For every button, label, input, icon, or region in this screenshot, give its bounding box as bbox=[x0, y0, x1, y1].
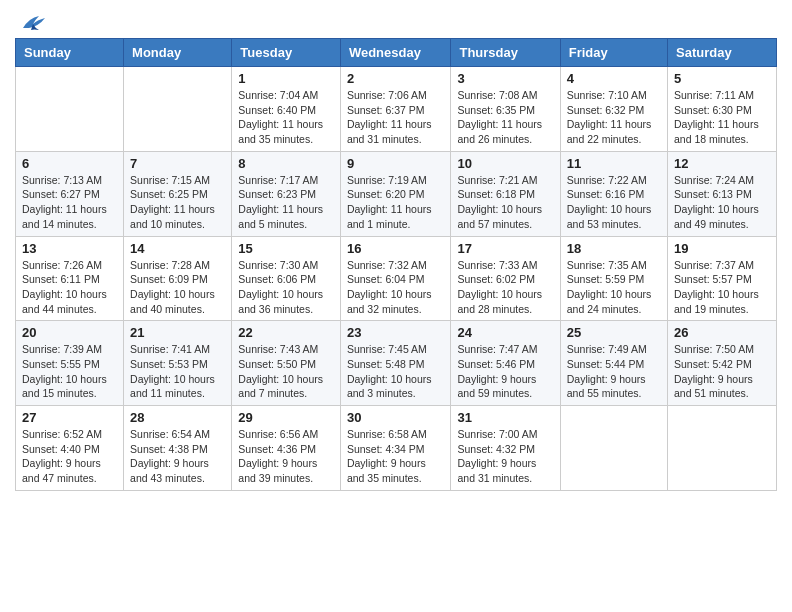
day-info: Sunrise: 7:26 AM Sunset: 6:11 PM Dayligh… bbox=[22, 258, 117, 317]
day-info: Sunrise: 7:24 AM Sunset: 6:13 PM Dayligh… bbox=[674, 173, 770, 232]
calendar-cell: 23Sunrise: 7:45 AM Sunset: 5:48 PM Dayli… bbox=[340, 321, 451, 406]
week-row: 13Sunrise: 7:26 AM Sunset: 6:11 PM Dayli… bbox=[16, 236, 777, 321]
day-info: Sunrise: 7:21 AM Sunset: 6:18 PM Dayligh… bbox=[457, 173, 553, 232]
day-number: 1 bbox=[238, 71, 334, 86]
day-info: Sunrise: 7:41 AM Sunset: 5:53 PM Dayligh… bbox=[130, 342, 225, 401]
calendar-cell: 25Sunrise: 7:49 AM Sunset: 5:44 PM Dayli… bbox=[560, 321, 667, 406]
calendar-cell: 29Sunrise: 6:56 AM Sunset: 4:36 PM Dayli… bbox=[232, 406, 341, 491]
day-info: Sunrise: 7:37 AM Sunset: 5:57 PM Dayligh… bbox=[674, 258, 770, 317]
calendar-cell: 5Sunrise: 7:11 AM Sunset: 6:30 PM Daylig… bbox=[668, 67, 777, 152]
day-number: 24 bbox=[457, 325, 553, 340]
day-info: Sunrise: 7:15 AM Sunset: 6:25 PM Dayligh… bbox=[130, 173, 225, 232]
calendar-cell: 20Sunrise: 7:39 AM Sunset: 5:55 PM Dayli… bbox=[16, 321, 124, 406]
day-header-saturday: Saturday bbox=[668, 39, 777, 67]
week-row: 27Sunrise: 6:52 AM Sunset: 4:40 PM Dayli… bbox=[16, 406, 777, 491]
day-info: Sunrise: 7:35 AM Sunset: 5:59 PM Dayligh… bbox=[567, 258, 661, 317]
calendar-cell bbox=[16, 67, 124, 152]
day-number: 26 bbox=[674, 325, 770, 340]
calendar-cell: 18Sunrise: 7:35 AM Sunset: 5:59 PM Dayli… bbox=[560, 236, 667, 321]
week-row: 6Sunrise: 7:13 AM Sunset: 6:27 PM Daylig… bbox=[16, 151, 777, 236]
calendar-cell: 10Sunrise: 7:21 AM Sunset: 6:18 PM Dayli… bbox=[451, 151, 560, 236]
day-number: 3 bbox=[457, 71, 553, 86]
header bbox=[15, 10, 777, 32]
calendar-cell: 16Sunrise: 7:32 AM Sunset: 6:04 PM Dayli… bbox=[340, 236, 451, 321]
calendar-cell bbox=[668, 406, 777, 491]
day-info: Sunrise: 7:50 AM Sunset: 5:42 PM Dayligh… bbox=[674, 342, 770, 401]
day-info: Sunrise: 7:22 AM Sunset: 6:16 PM Dayligh… bbox=[567, 173, 661, 232]
day-info: Sunrise: 6:58 AM Sunset: 4:34 PM Dayligh… bbox=[347, 427, 445, 486]
day-info: Sunrise: 7:06 AM Sunset: 6:37 PM Dayligh… bbox=[347, 88, 445, 147]
calendar-cell: 13Sunrise: 7:26 AM Sunset: 6:11 PM Dayli… bbox=[16, 236, 124, 321]
calendar-cell: 12Sunrise: 7:24 AM Sunset: 6:13 PM Dayli… bbox=[668, 151, 777, 236]
day-number: 25 bbox=[567, 325, 661, 340]
calendar-cell: 8Sunrise: 7:17 AM Sunset: 6:23 PM Daylig… bbox=[232, 151, 341, 236]
day-number: 8 bbox=[238, 156, 334, 171]
day-info: Sunrise: 7:49 AM Sunset: 5:44 PM Dayligh… bbox=[567, 342, 661, 401]
day-number: 6 bbox=[22, 156, 117, 171]
calendar-cell: 26Sunrise: 7:50 AM Sunset: 5:42 PM Dayli… bbox=[668, 321, 777, 406]
calendar-cell: 15Sunrise: 7:30 AM Sunset: 6:06 PM Dayli… bbox=[232, 236, 341, 321]
day-number: 19 bbox=[674, 241, 770, 256]
day-info: Sunrise: 7:47 AM Sunset: 5:46 PM Dayligh… bbox=[457, 342, 553, 401]
day-header-tuesday: Tuesday bbox=[232, 39, 341, 67]
day-number: 21 bbox=[130, 325, 225, 340]
day-number: 7 bbox=[130, 156, 225, 171]
calendar-cell: 2Sunrise: 7:06 AM Sunset: 6:37 PM Daylig… bbox=[340, 67, 451, 152]
calendar-cell: 21Sunrise: 7:41 AM Sunset: 5:53 PM Dayli… bbox=[124, 321, 232, 406]
day-info: Sunrise: 7:28 AM Sunset: 6:09 PM Dayligh… bbox=[130, 258, 225, 317]
day-info: Sunrise: 6:54 AM Sunset: 4:38 PM Dayligh… bbox=[130, 427, 225, 486]
day-info: Sunrise: 6:52 AM Sunset: 4:40 PM Dayligh… bbox=[22, 427, 117, 486]
day-info: Sunrise: 7:43 AM Sunset: 5:50 PM Dayligh… bbox=[238, 342, 334, 401]
calendar-cell: 24Sunrise: 7:47 AM Sunset: 5:46 PM Dayli… bbox=[451, 321, 560, 406]
day-header-sunday: Sunday bbox=[16, 39, 124, 67]
day-info: Sunrise: 7:33 AM Sunset: 6:02 PM Dayligh… bbox=[457, 258, 553, 317]
calendar-cell: 9Sunrise: 7:19 AM Sunset: 6:20 PM Daylig… bbox=[340, 151, 451, 236]
day-number: 30 bbox=[347, 410, 445, 425]
day-info: Sunrise: 7:30 AM Sunset: 6:06 PM Dayligh… bbox=[238, 258, 334, 317]
day-number: 2 bbox=[347, 71, 445, 86]
logo-bird-icon bbox=[19, 10, 47, 32]
day-info: Sunrise: 7:04 AM Sunset: 6:40 PM Dayligh… bbox=[238, 88, 334, 147]
logo bbox=[15, 10, 47, 32]
day-number: 5 bbox=[674, 71, 770, 86]
day-number: 23 bbox=[347, 325, 445, 340]
calendar-cell: 17Sunrise: 7:33 AM Sunset: 6:02 PM Dayli… bbox=[451, 236, 560, 321]
day-info: Sunrise: 7:19 AM Sunset: 6:20 PM Dayligh… bbox=[347, 173, 445, 232]
calendar-cell: 1Sunrise: 7:04 AM Sunset: 6:40 PM Daylig… bbox=[232, 67, 341, 152]
calendar-cell: 27Sunrise: 6:52 AM Sunset: 4:40 PM Dayli… bbox=[16, 406, 124, 491]
day-info: Sunrise: 7:32 AM Sunset: 6:04 PM Dayligh… bbox=[347, 258, 445, 317]
day-number: 29 bbox=[238, 410, 334, 425]
day-number: 14 bbox=[130, 241, 225, 256]
day-info: Sunrise: 7:17 AM Sunset: 6:23 PM Dayligh… bbox=[238, 173, 334, 232]
calendar-cell: 28Sunrise: 6:54 AM Sunset: 4:38 PM Dayli… bbox=[124, 406, 232, 491]
calendar-cell bbox=[560, 406, 667, 491]
calendar-cell: 6Sunrise: 7:13 AM Sunset: 6:27 PM Daylig… bbox=[16, 151, 124, 236]
calendar-cell: 22Sunrise: 7:43 AM Sunset: 5:50 PM Dayli… bbox=[232, 321, 341, 406]
calendar-body: 1Sunrise: 7:04 AM Sunset: 6:40 PM Daylig… bbox=[16, 67, 777, 491]
calendar-cell: 7Sunrise: 7:15 AM Sunset: 6:25 PM Daylig… bbox=[124, 151, 232, 236]
day-info: Sunrise: 7:00 AM Sunset: 4:32 PM Dayligh… bbox=[457, 427, 553, 486]
day-header-thursday: Thursday bbox=[451, 39, 560, 67]
day-number: 11 bbox=[567, 156, 661, 171]
calendar-cell: 4Sunrise: 7:10 AM Sunset: 6:32 PM Daylig… bbox=[560, 67, 667, 152]
day-header-wednesday: Wednesday bbox=[340, 39, 451, 67]
day-number: 20 bbox=[22, 325, 117, 340]
day-info: Sunrise: 7:13 AM Sunset: 6:27 PM Dayligh… bbox=[22, 173, 117, 232]
day-number: 9 bbox=[347, 156, 445, 171]
days-of-week-row: SundayMondayTuesdayWednesdayThursdayFrid… bbox=[16, 39, 777, 67]
calendar-cell: 30Sunrise: 6:58 AM Sunset: 4:34 PM Dayli… bbox=[340, 406, 451, 491]
day-info: Sunrise: 7:10 AM Sunset: 6:32 PM Dayligh… bbox=[567, 88, 661, 147]
day-number: 13 bbox=[22, 241, 117, 256]
calendar-cell: 19Sunrise: 7:37 AM Sunset: 5:57 PM Dayli… bbox=[668, 236, 777, 321]
day-number: 4 bbox=[567, 71, 661, 86]
day-number: 27 bbox=[22, 410, 117, 425]
day-info: Sunrise: 7:08 AM Sunset: 6:35 PM Dayligh… bbox=[457, 88, 553, 147]
day-number: 10 bbox=[457, 156, 553, 171]
day-number: 28 bbox=[130, 410, 225, 425]
calendar-cell: 14Sunrise: 7:28 AM Sunset: 6:09 PM Dayli… bbox=[124, 236, 232, 321]
day-header-friday: Friday bbox=[560, 39, 667, 67]
calendar-cell: 11Sunrise: 7:22 AM Sunset: 6:16 PM Dayli… bbox=[560, 151, 667, 236]
day-number: 31 bbox=[457, 410, 553, 425]
calendar-cell bbox=[124, 67, 232, 152]
day-number: 16 bbox=[347, 241, 445, 256]
